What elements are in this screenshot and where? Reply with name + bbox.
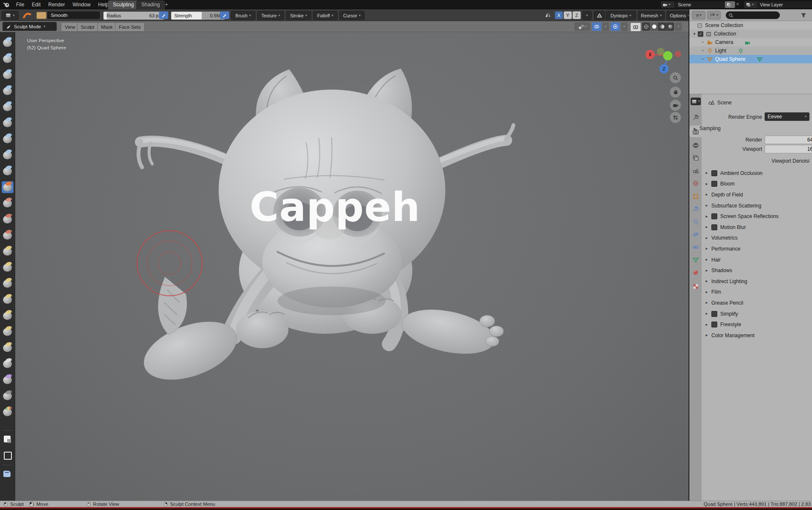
mirror-x-toggle[interactable]: X [555,11,563,19]
sculpt-tool-draw-icon[interactable] [2,37,14,49]
section-checkbox[interactable] [711,224,717,230]
brush-preview-thumbnail[interactable] [36,12,47,19]
add-workspace-button[interactable]: + [162,0,170,9]
sculpt-tool-slide-relax-icon[interactable] [2,342,14,354]
sculpt-tool-layer-icon[interactable] [2,117,14,129]
show-gizmo-dropdown[interactable]: ▾ [574,22,590,31]
section-checkbox[interactable] [711,311,717,317]
3d-viewport[interactable]: X Z User Perspective (52) Quad Sphere Ca… [15,32,689,501]
cursor-menu[interactable]: Cursor▾ [339,11,365,20]
sculpt-tool-annotate-icon[interactable] [2,468,14,480]
sculpt-tool-elastic-deform-icon[interactable] [2,245,14,257]
outliner-item-label[interactable]: Camera [715,39,733,45]
unlink-scene-icon[interactable]: ✕ [736,2,739,6]
section-depth-of-field[interactable]: ►Depth of Field [702,189,812,200]
shading-wireframe-button[interactable] [642,22,650,31]
dyntopo-panel-dropdown[interactable]: Dyntopo▾ [606,11,636,20]
blender-logo-icon[interactable] [3,1,10,8]
section-hair[interactable]: ►Hair [702,254,812,265]
section-volumetrics[interactable]: ►Volumetrics [702,233,812,244]
camera-g-icon[interactable] [744,39,751,46]
overlays-dropdown[interactable]: ▾ [602,22,609,31]
camera-view-button[interactable] [670,100,681,111]
outliner-row-scene-collection[interactable]: Scene Collection [689,21,812,30]
section-screen-space-reflections[interactable]: ►Screen Space Reflections [702,211,812,222]
properties-tab-object-data[interactable] [691,256,700,264]
section-indirect-lighting[interactable]: ►Indirect Lighting [702,276,812,287]
section-shadows[interactable]: ►Shadows [702,265,812,276]
sculpt-tool-clay-thumb-icon[interactable] [2,101,14,113]
shading-solid-button[interactable] [650,22,658,31]
section-bloom[interactable]: ►Bloom [702,179,812,190]
shading-material-button[interactable] [658,22,666,31]
section-checkbox[interactable] [711,181,717,187]
section-checkbox[interactable] [711,322,717,327]
show-overlays-toggle[interactable] [592,22,601,31]
properties-tab-modifiers[interactable] [691,205,700,213]
render-engine-dropdown[interactable]: Eevee▾ [765,112,809,121]
mask-menu[interactable]: Mask [97,22,116,32]
sculpt-tool-draw-sharp-icon[interactable] [2,53,14,65]
sculpt-menu[interactable]: Sculpt [77,22,98,32]
strength-pressure-button[interactable] [220,11,229,19]
properties-tab-scene[interactable] [691,166,700,175]
collection-checkbox[interactable]: ✓ [698,31,703,37]
section-ambient-occlusion[interactable]: ►Ambient Occlusion [702,168,812,179]
sculpt-overlays-dropdown[interactable]: ▾ [621,22,628,31]
section-subsurface-scattering[interactable]: ►Subsurface Scattering [702,200,812,211]
section-grease-pencil[interactable]: ►Grease Pencil [702,297,812,308]
properties-tab-physics[interactable] [691,230,700,239]
zoom-view-button[interactable] [670,72,681,83]
light-g-icon[interactable] [737,47,744,54]
properties-tab-particles[interactable] [691,218,700,226]
properties-tab-texture[interactable] [691,282,700,291]
face-sets-menu[interactable]: Face Sets [115,22,145,32]
viewport-samples-field[interactable]: 16 [765,145,812,153]
sculpt-overlays-toggle[interactable] [611,22,620,31]
sculpt-tool-mask-icon[interactable] [2,390,14,402]
filter-funnel-icon[interactable] [800,12,807,19]
sculpt-tool-box-mask-icon[interactable] [2,434,14,445]
stroke-menu[interactable]: Stroke▾ [286,11,311,20]
mirror-z-toggle[interactable]: Z [573,11,581,19]
editor-type-button[interactable]: ▾ [2,11,19,20]
section-checkbox[interactable] [711,170,717,176]
sampling-expand-icon[interactable]: ▼ [693,127,696,131]
menu-window[interactable]: Window [69,0,94,9]
section-color-management[interactable]: ►Color Management [702,330,812,341]
symmetry-dropdown[interactable]: ▾ [582,11,592,20]
outliner-filter-mode-button[interactable]: ▾ [707,11,721,19]
section-simplify[interactable]: ►Simplify [702,308,812,319]
sculpt-tool-pose-icon[interactable] [2,294,14,305]
mesh-g-icon[interactable] [756,56,763,63]
outliner-row-camera[interactable]: •Camera [689,38,812,46]
texture-menu[interactable]: Texture▾ [257,11,284,20]
sculpt-tool-simplify-icon[interactable] [2,374,14,386]
strength-slider[interactable]: Strength 0.556 [171,11,225,20]
outliner-item-label[interactable]: Scene Collection [705,22,743,28]
outliner-search-input[interactable] [726,11,780,19]
brush-name-field[interactable]: Smooth [47,11,100,19]
sculpt-tool-clay-icon[interactable] [2,69,14,81]
scene-selector-icon[interactable]: ▾ [661,1,675,8]
menu-edit[interactable]: Edit [28,0,44,9]
outliner-row-quad-sphere[interactable]: •Quad Sphere [689,55,812,63]
new-scene-button[interactable] [725,1,735,8]
properties-tab-material[interactable] [691,268,700,277]
sculpt-tool-cloth-icon[interactable] [2,358,14,370]
sculpt-tool-flatten-icon[interactable] [2,197,14,209]
section-freestyle[interactable]: ►Freestyle [702,319,812,330]
view-layer-name-field[interactable]: View Layer [757,1,812,8]
outliner-item-label[interactable]: Collection [714,31,736,37]
section-motion-blur[interactable]: ►Motion Blur [702,222,812,233]
sculpt-tool-draw-face-sets-icon[interactable] [2,406,14,418]
mode-selector[interactable]: Sculpt Mode▾ [3,22,57,31]
outliner-item-label[interactable]: Light [715,48,726,54]
outliner-item-label[interactable]: Quad Sphere [715,56,745,62]
sculpt-tool-box-hide-icon[interactable] [2,450,14,461]
sculpt-tool-clay-strips-icon[interactable] [2,85,14,97]
sculpt-tool-smooth-icon[interactable] [2,181,14,193]
sampling-section-title[interactable]: Sampling [700,125,721,131]
sculpt-tool-scrape-icon[interactable] [2,213,14,225]
outliner-row-light[interactable]: •Light [689,46,812,55]
